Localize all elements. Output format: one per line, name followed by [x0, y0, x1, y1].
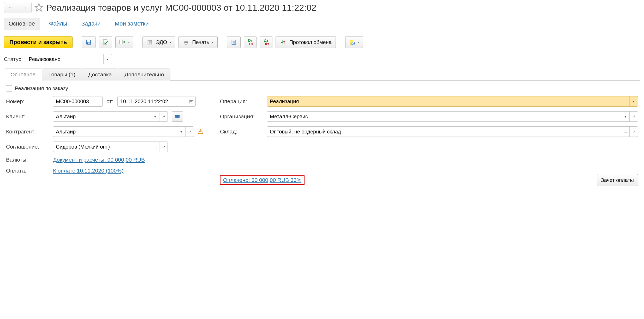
ellipsis-icon[interactable]: … — [621, 127, 629, 137]
warehouse-combo[interactable]: … ↗ — [267, 126, 638, 137]
nav-tabs: Основное Файлы Задачи Мои заметки — [4, 18, 640, 30]
svg-rect-8 — [185, 40, 187, 42]
svg-rect-2 — [87, 40, 90, 42]
favorite-icon[interactable] — [34, 3, 44, 12]
status-value[interactable] — [26, 54, 103, 64]
warning-icon: ⚠ — [198, 128, 204, 135]
open-icon[interactable]: ↗ — [159, 112, 168, 121]
edo-icon — [147, 39, 153, 46]
forward-button[interactable]: → — [18, 2, 31, 13]
paid-link[interactable]: Оплачено: 30 000,00 RUB 33% — [223, 177, 301, 183]
sub-tabs: Основное Товары (1) Доставка Дополнитель… — [4, 68, 640, 81]
edo-button[interactable]: ЭДО ▾ — [142, 36, 176, 48]
svg-rect-18 — [175, 116, 180, 116]
dropdown-caret-icon[interactable]: ▾ — [621, 112, 629, 121]
currency-label: Валюты: — [6, 157, 49, 163]
page-title: Реализация товаров и услуг МС00-000003 о… — [46, 3, 316, 13]
svg-rect-19 — [178, 117, 179, 118]
agreement-label: Соглашение: — [6, 144, 49, 150]
open-icon[interactable]: ↗ — [629, 112, 638, 121]
submit-close-button[interactable]: Провести и закрыть — [4, 36, 73, 48]
org-label: Организация: — [220, 113, 263, 120]
dropdown-caret-icon: ▾ — [128, 40, 130, 44]
clock-doc-icon — [349, 39, 355, 46]
back-button[interactable]: ← — [4, 2, 18, 13]
ellipsis-icon[interactable]: … — [151, 142, 159, 152]
exchange-protocol-button[interactable]: Протокол обмена — [276, 36, 336, 48]
pay-offset-button[interactable]: Зачет оплаты — [597, 174, 638, 186]
svg-rect-16 — [191, 101, 192, 102]
floppy-icon — [85, 39, 92, 46]
dtkt-icon: Дт Кт — [263, 39, 269, 46]
dropdown-caret-icon: ▾ — [358, 40, 360, 44]
agreement-combo[interactable]: … ↗ — [53, 142, 168, 152]
dropdown-caret-icon: ▾ — [170, 40, 171, 44]
currency-link[interactable]: Документ и расчеты: 90 000,00 RUB — [53, 157, 145, 163]
payment-label: Оплата: — [6, 168, 49, 174]
dropdown-caret-icon[interactable]: ▾ — [103, 54, 112, 64]
order-checkbox-label: Реализация по заказу — [15, 85, 68, 91]
svg-rect-5 — [120, 40, 123, 44]
exchange-icon — [280, 39, 287, 46]
doc-arrow-icon — [119, 39, 126, 46]
date-label: от: — [106, 98, 114, 105]
card-button[interactable] — [172, 111, 183, 122]
tab-files[interactable]: Файлы — [44, 18, 72, 30]
dropdown-caret-icon[interactable]: ▾ — [177, 127, 185, 137]
calendar-icon[interactable] — [187, 96, 195, 106]
counterparty-label: Контрагент: — [6, 128, 49, 135]
create-based-button[interactable]: ▾ — [115, 36, 133, 48]
payment-link[interactable]: К оплате 10.11.2020 (100%) — [53, 168, 123, 174]
post-button[interactable] — [99, 36, 112, 48]
order-checkbox[interactable] — [6, 85, 12, 91]
card-icon — [174, 114, 181, 119]
number-label: Номер: — [6, 98, 49, 105]
counterparty-combo[interactable]: ▾ ↗ — [53, 126, 194, 137]
subtab-extra[interactable]: Дополнительно — [118, 69, 170, 81]
save-button[interactable] — [82, 36, 96, 48]
drcr-icon: Dr Cr — [247, 39, 253, 46]
printer-icon — [183, 39, 189, 46]
operation-combo[interactable]: ▾ — [267, 96, 638, 107]
print-button[interactable]: Печать ▾ — [178, 36, 218, 48]
list-icon — [230, 39, 237, 46]
warehouse-label: Склад: — [220, 128, 263, 135]
org-combo[interactable]: ▾ ↗ — [267, 111, 638, 122]
client-combo[interactable]: ▾ ↗ — [53, 111, 168, 122]
subtab-delivery[interactable]: Доставка — [82, 69, 118, 81]
svg-rect-14 — [189, 100, 193, 101]
status-label: Статус: — [4, 56, 23, 62]
number-input[interactable] — [53, 96, 103, 107]
subtab-main[interactable]: Основное — [4, 69, 42, 81]
more-button[interactable]: ▾ — [345, 36, 363, 48]
drcr-button[interactable]: Dr Cr — [244, 36, 257, 48]
paid-status-box: Оплачено: 30 000,00 RUB 33% — [220, 175, 305, 185]
tab-main[interactable]: Основное — [4, 18, 40, 30]
open-icon[interactable]: ↗ — [159, 142, 168, 152]
dropdown-caret-icon: ▾ — [212, 40, 213, 44]
reports-button[interactable] — [227, 36, 241, 48]
dtkt-button[interactable]: Дт Кт — [260, 36, 272, 48]
dropdown-caret-icon[interactable]: ▾ — [151, 112, 159, 121]
svg-rect-15 — [190, 101, 191, 102]
operation-label: Операция: — [220, 98, 263, 105]
tab-notes[interactable]: Мои заметки — [110, 18, 153, 30]
svg-marker-0 — [35, 4, 43, 11]
nav-history: ← → — [4, 2, 32, 13]
open-icon[interactable]: ↗ — [629, 127, 638, 137]
date-input[interactable] — [117, 96, 196, 107]
post-icon — [102, 39, 109, 46]
dropdown-caret-icon[interactable]: ▾ — [629, 96, 638, 106]
toolbar: Провести и закрыть ▾ ЭДО ▾ Печать ▾ — [4, 36, 640, 48]
svg-rect-3 — [88, 42, 90, 44]
subtab-goods[interactable]: Товары (1) — [42, 69, 82, 81]
tab-tasks[interactable]: Задачи — [77, 18, 105, 30]
status-combo[interactable]: ▾ — [26, 54, 112, 64]
open-icon[interactable]: ↗ — [185, 127, 194, 137]
client-label: Клиент: — [6, 113, 49, 120]
svg-rect-9 — [185, 43, 187, 44]
